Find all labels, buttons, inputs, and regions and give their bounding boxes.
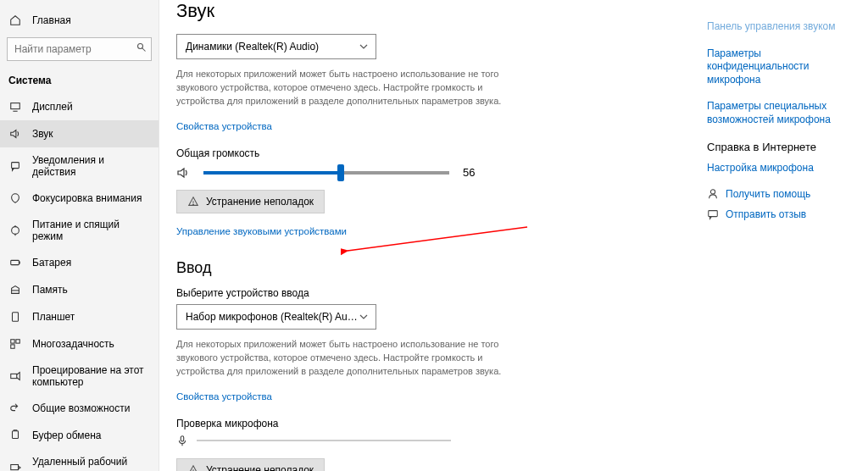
sidebar-label-7: Планшет	[32, 311, 75, 323]
input-heading: Ввод	[176, 259, 707, 277]
troubleshoot-button[interactable]: Устранение неполадок	[176, 190, 325, 213]
input-label: Выберите устройство ввода	[176, 287, 707, 299]
input-device-value: Набор микрофонов (Realtek(R) Au…	[186, 311, 358, 323]
support-label: Получить помощь	[726, 188, 810, 200]
input-device-dropdown[interactable]: Набор микрофонов (Realtek(R) Au…	[176, 304, 376, 330]
home-label: Главная	[32, 14, 71, 26]
sidebar-icon-8	[8, 337, 22, 351]
sidebar-item-6[interactable]: Память	[0, 276, 159, 303]
svg-rect-8	[11, 345, 14, 348]
svg-rect-2	[12, 163, 19, 169]
feedback-label: Отправить отзыв	[726, 208, 806, 220]
sidebar-item-0[interactable]: Дисплей	[0, 93, 159, 120]
feedback-icon	[707, 208, 719, 220]
svg-rect-20	[709, 211, 718, 217]
svg-rect-14	[181, 435, 184, 441]
manage-devices-link[interactable]: Управление звуковыми устройствами	[176, 226, 347, 236]
troubleshoot-label: Устранение неполадок	[206, 196, 314, 208]
svg-rect-7	[16, 340, 19, 343]
warning-icon	[187, 464, 199, 471]
chevron-down-icon	[359, 42, 369, 52]
sidebar-item-3[interactable]: Фокусировка внимания	[0, 185, 159, 212]
svg-point-13	[193, 204, 194, 205]
home-icon	[8, 14, 22, 27]
svg-rect-9	[11, 374, 17, 378]
sidebar-icon-2	[8, 159, 22, 173]
right-column: Панель управления звуком Параметры конфи…	[707, 0, 868, 471]
sidebar: Главная Система ДисплейЗвукУведомления и…	[0, 0, 159, 471]
warning-icon	[187, 196, 199, 208]
sidebar-icon-5	[8, 256, 22, 269]
sidebar-icon-1	[8, 127, 22, 141]
help-heading: Справка в Интернете	[707, 141, 854, 153]
svg-point-3	[12, 227, 19, 235]
sidebar-icon-3	[8, 191, 22, 205]
sidebar-item-8[interactable]: Многозадачность	[0, 330, 159, 357]
output-note: Для некоторых приложений может быть наст…	[176, 68, 524, 108]
right-link-0[interactable]: Панель управления звуком	[707, 20, 854, 34]
sidebar-icon-12	[8, 461, 22, 471]
slider-thumb[interactable]	[337, 164, 344, 181]
svg-point-0	[138, 44, 143, 49]
mic-check-label: Проверка микрофона	[176, 418, 707, 429]
sidebar-item-1[interactable]: Звук	[0, 120, 159, 147]
sidebar-item-9[interactable]: Проецирование на этот компьютер	[0, 357, 159, 395]
sidebar-item-5[interactable]: Батарея	[0, 249, 159, 276]
sidebar-label-0: Дисплей	[32, 101, 73, 113]
volume-value: 56	[463, 166, 475, 179]
sidebar-icon-7	[8, 310, 22, 324]
svg-rect-5	[13, 313, 19, 322]
right-link-1[interactable]: Параметры конфиденциальности микрофона	[707, 47, 854, 87]
feedback-link[interactable]: Отправить отзыв	[707, 208, 854, 220]
input-troubleshoot-label: Устранение неполадок	[206, 464, 314, 471]
sidebar-icon-4	[8, 224, 22, 237]
sidebar-item-7[interactable]: Планшет	[0, 303, 159, 330]
output-device-value: Динамики (Realtek(R) Audio)	[186, 41, 319, 53]
sidebar-category: Система	[0, 69, 159, 93]
sidebar-label-3: Фокусировка внимания	[32, 192, 142, 204]
search-input[interactable]	[7, 37, 152, 61]
mic-level-bar	[197, 440, 451, 441]
main-content: Звук Динамики (Realtek(R) Audio) Для нек…	[159, 0, 707, 471]
input-note: Для некоторых приложений может быть наст…	[176, 338, 524, 379]
output-device-dropdown[interactable]: Динамики (Realtek(R) Audio)	[176, 34, 376, 59]
help-link[interactable]: Настройка микрофона	[707, 162, 854, 175]
support-link[interactable]: Получить помощь	[707, 188, 854, 200]
sidebar-label-1: Звук	[32, 128, 53, 140]
sidebar-item-12[interactable]: Удаленный рабочий стол	[0, 449, 159, 471]
sidebar-item-11[interactable]: Буфер обмена	[0, 422, 159, 449]
sidebar-icon-10	[8, 402, 22, 415]
sidebar-label-5: Батарея	[32, 257, 71, 269]
svg-rect-10	[13, 431, 19, 439]
input-device-props-link[interactable]: Свойства устройства	[176, 391, 272, 402]
sidebar-label-11: Буфер обмена	[32, 429, 102, 441]
volume-label: Общая громкость	[176, 147, 707, 159]
sidebar-icon-6	[8, 283, 22, 296]
chevron-down-icon	[359, 312, 369, 322]
sidebar-item-2[interactable]: Уведомления и действия	[0, 147, 159, 185]
svg-rect-6	[11, 340, 14, 343]
volume-icon	[176, 166, 190, 180]
sidebar-label-8: Многозадачность	[32, 338, 114, 350]
device-props-link[interactable]: Свойства устройства	[176, 121, 272, 131]
volume-slider[interactable]	[203, 171, 449, 175]
sidebar-label-6: Память	[32, 284, 68, 296]
sidebar-label-9: Проецирование на этот компьютер	[32, 364, 150, 388]
page-title: Звук	[176, 0, 707, 22]
svg-point-19	[710, 190, 715, 194]
home-nav[interactable]: Главная	[0, 7, 159, 34]
svg-rect-4	[11, 260, 19, 264]
sidebar-item-10[interactable]: Общие возможности	[0, 395, 159, 422]
search-icon	[136, 42, 147, 53]
sidebar-label-12: Удаленный рабочий стол	[32, 456, 150, 471]
sidebar-item-4[interactable]: Питание и спящий режим	[0, 212, 159, 249]
right-link-2[interactable]: Параметры специальных возможностей микро…	[707, 100, 854, 126]
sidebar-label-4: Питание и спящий режим	[32, 219, 150, 242]
sidebar-icon-11	[8, 429, 22, 442]
microphone-icon	[176, 435, 188, 446]
input-troubleshoot-button[interactable]: Устранение неполадок	[176, 458, 325, 471]
sidebar-label-10: Общие возможности	[32, 402, 130, 414]
svg-rect-11	[11, 465, 19, 470]
sidebar-label-2: Уведомления и действия	[32, 154, 150, 178]
sidebar-icon-9	[8, 369, 22, 383]
